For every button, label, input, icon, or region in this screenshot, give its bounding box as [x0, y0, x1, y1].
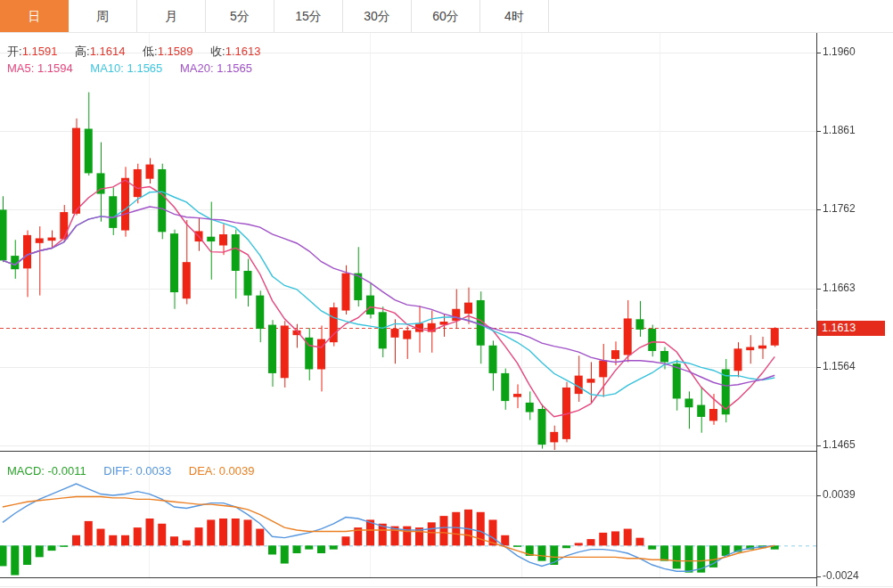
high-value: 1.1614: [90, 45, 126, 58]
low-label: 低:: [143, 45, 158, 58]
ma10-legend: MA10: 1.1565: [90, 61, 162, 75]
candlestick-chart-canvas[interactable]: [0, 0, 893, 588]
tab-5min[interactable]: 5分: [206, 0, 274, 32]
macd-legend: MACD: -0.0011 DIFF: 0.0033 DEA: 0.0039: [7, 464, 269, 478]
ohlc-legend: 开:1.1591 高:1.1614 低:1.1589 收:1.1613: [7, 44, 274, 60]
period-tabbar: 日 周 月 5分 15分 30分 60分 4时: [0, 0, 893, 33]
tab-4hour[interactable]: 4时: [480, 0, 549, 32]
tab-30min[interactable]: 30分: [343, 0, 412, 32]
ma20-legend: MA20: 1.1565: [180, 61, 252, 75]
tab-15min[interactable]: 15分: [274, 0, 343, 32]
ma5-legend: MA5: 1.1594: [7, 61, 73, 75]
close-label: 收:: [210, 45, 225, 58]
tab-month[interactable]: 月: [137, 0, 206, 32]
open-value: 1.1591: [22, 45, 58, 58]
diff-value-legend: DIFF: 0.0033: [103, 464, 171, 478]
last-price-badge: 1.1613: [817, 321, 885, 336]
dea-value-legend: DEA: 0.0039: [189, 464, 255, 478]
close-value: 1.1613: [225, 45, 261, 58]
tab-60min[interactable]: 60分: [412, 0, 480, 32]
open-label: 开:: [7, 45, 22, 58]
chart-app: 日 周 月 5分 15分 30分 60分 4时 开:1.1591 高:1.161…: [0, 0, 893, 588]
macd-value-legend: MACD: -0.0011: [7, 464, 86, 478]
tab-day[interactable]: 日: [0, 0, 69, 32]
high-label: 高:: [75, 45, 90, 58]
tab-week[interactable]: 周: [69, 0, 137, 32]
ma-legend: MA5: 1.1594 MA10: 1.1565 MA20: 1.1565: [7, 61, 266, 75]
low-value: 1.1589: [158, 45, 193, 58]
